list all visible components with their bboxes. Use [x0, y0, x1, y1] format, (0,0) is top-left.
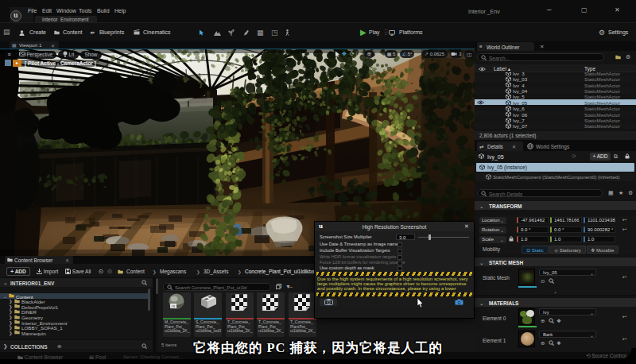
- svg-text:√x: √x: [171, 304, 176, 308]
